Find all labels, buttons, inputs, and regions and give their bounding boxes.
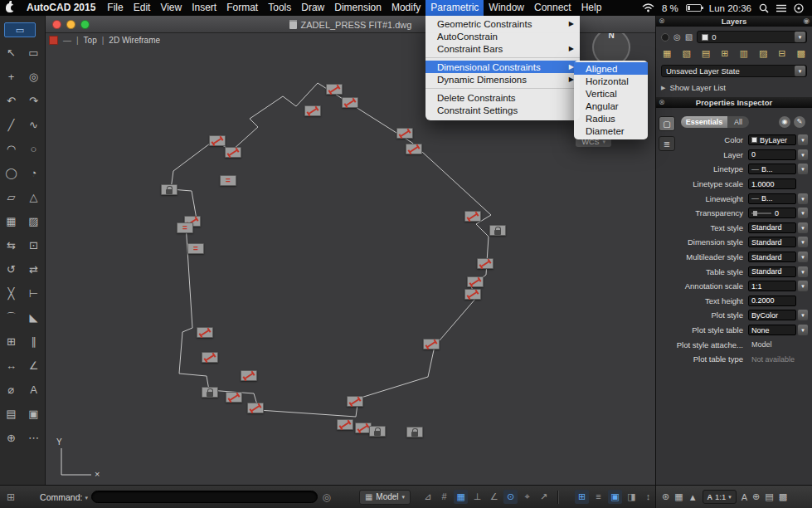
ortho-mode-toggle[interactable]: ⊥ xyxy=(470,490,484,504)
menu-item-dimensional-constraints[interactable]: Dimensional Constraints▶ xyxy=(425,61,580,73)
constraint-marker-dim[interactable] xyxy=(337,419,353,430)
layer-state-select[interactable]: Unsaved Layer State ▾ xyxy=(661,65,807,77)
menubar-item-file[interactable]: File xyxy=(102,0,128,16)
constraint-marker-dim[interactable] xyxy=(342,97,358,108)
property-value-layer[interactable]: 0 xyxy=(748,149,796,160)
layer-settings-icon[interactable]: ▩ xyxy=(797,48,805,59)
tool-arc-button[interactable]: ◠ xyxy=(0,137,22,161)
panel-menu-icon[interactable]: ◉ xyxy=(803,16,810,27)
layer-visibility-icon[interactable]: ▧ xyxy=(682,48,690,59)
tool-chamfer-button[interactable]: ◣ xyxy=(22,305,45,330)
current-tool-button[interactable]: ▭ xyxy=(4,22,36,37)
property-value-table-style[interactable]: Standard xyxy=(748,266,796,277)
layer-viewport-icon[interactable]: ⊟ xyxy=(778,48,785,59)
annotation-monitor-toggle[interactable]: ↕ xyxy=(641,490,655,504)
dropdown-arrow-icon[interactable]: ▾ xyxy=(795,32,805,42)
dropdown-arrow-icon[interactable]: ▾ xyxy=(798,310,808,320)
tool-trim-button[interactable]: ╳ xyxy=(0,281,22,305)
snap-mode-toggle[interactable]: # xyxy=(437,490,451,504)
command-popup-arrow-icon[interactable]: ▾ xyxy=(85,495,88,501)
tool-move-button[interactable]: ⇆ xyxy=(0,233,22,257)
tool-orbit-button[interactable]: ◎ xyxy=(22,65,45,89)
menubar-item-view[interactable]: View xyxy=(155,0,187,16)
tab-all[interactable]: All xyxy=(727,116,749,128)
panel-close-icon[interactable]: ⊗ xyxy=(659,16,665,27)
property-value-multileader-style[interactable]: Standard xyxy=(748,252,796,262)
constraint-marker-lock[interactable] xyxy=(161,184,177,195)
menu-item-autoconstrain[interactable]: AutoConstrain xyxy=(425,30,580,42)
tab-essentials[interactable]: Essentials xyxy=(681,116,727,128)
constraint-marker-dim[interactable] xyxy=(467,276,484,287)
menubar-item-insert[interactable]: Insert xyxy=(187,0,221,16)
menubar-item-draw[interactable]: Draw xyxy=(296,0,329,16)
dropdown-arrow-icon[interactable]: ▾ xyxy=(798,208,808,218)
property-value-linetype[interactable]: —B... xyxy=(748,164,796,174)
menubar-clock[interactable]: Lun 20:36 xyxy=(709,3,751,13)
properties-panel-header[interactable]: ⊗ Properties Inspector xyxy=(656,97,812,108)
object-snap-tracking-toggle[interactable]: ⌖ xyxy=(520,490,534,504)
tool-selection-window-button[interactable]: ▭ xyxy=(22,41,45,65)
annotation-visibility-icon[interactable]: A xyxy=(741,492,747,502)
constraint-marker-dim[interactable] xyxy=(304,105,321,116)
annotation-cursor-icon[interactable]: ▲ xyxy=(688,492,698,502)
property-value-plot-style-table[interactable]: None xyxy=(748,325,796,335)
property-value-dimension-style[interactable]: Standard xyxy=(748,237,796,247)
object-type-icon[interactable]: ▢ xyxy=(659,116,675,131)
constraint-marker-dim[interactable] xyxy=(247,403,264,413)
quick-select-icon[interactable]: ≣ xyxy=(659,136,675,151)
tool-polygon-button[interactable]: △ xyxy=(22,185,45,209)
menubar-item-window[interactable]: Window xyxy=(484,0,529,16)
tool-pan-button[interactable]: + xyxy=(0,65,22,89)
constraint-marker-eq[interactable]: = xyxy=(187,243,204,254)
constraint-marker-lock[interactable] xyxy=(369,426,386,437)
layer-status-icon[interactable] xyxy=(661,33,669,42)
tool-mirror-button[interactable]: ⇄ xyxy=(22,257,45,281)
show-layer-list[interactable]: ▶ Show Layer List xyxy=(661,83,807,92)
dropdown-arrow-icon[interactable]: ▾ xyxy=(798,237,808,247)
tool-dimension-angular-button[interactable]: ∠ xyxy=(22,354,45,378)
polar-tracking-toggle[interactable]: ∠ xyxy=(487,490,501,504)
tool-polyline-button[interactable]: ∿ xyxy=(22,113,45,137)
constraint-marker-dim[interactable] xyxy=(226,392,242,403)
layer-isolate-icon[interactable]: ◎ xyxy=(673,32,681,42)
annotation-scale-button[interactable]: A1:1▾ xyxy=(703,490,737,504)
viewport-view-label[interactable]: Top xyxy=(84,36,97,45)
tool-more-tools-button[interactable]: ⋯ xyxy=(22,426,45,450)
lineweight-display-toggle[interactable]: ≡ xyxy=(591,490,605,504)
tool-ellipse-button[interactable]: ◔ xyxy=(22,161,45,185)
constraint-marker-dim[interactable] xyxy=(209,135,226,146)
command-history-icon[interactable]: ◎ xyxy=(322,491,330,503)
tool-undo-button[interactable]: ↶ xyxy=(0,89,22,113)
new-layer-icon[interactable]: ▦ xyxy=(663,48,671,59)
submenu-item-vertical[interactable]: Vertical xyxy=(574,87,648,100)
notification-center-icon[interactable] xyxy=(776,4,786,12)
tool-table-button[interactable]: ▤ xyxy=(0,402,22,426)
property-value-lineweight[interactable]: —B... xyxy=(748,193,796,204)
ui-panels-icon[interactable]: ▦ xyxy=(674,491,683,502)
constraint-marker-dim[interactable] xyxy=(225,147,241,158)
property-value-linetype-scale[interactable]: 1.0000 xyxy=(748,178,796,189)
transparency-display-toggle[interactable]: ▣ xyxy=(608,490,622,504)
dropdown-arrow-icon[interactable]: ▾ xyxy=(798,134,808,145)
siri-icon[interactable] xyxy=(794,3,804,13)
menu-item-constraint-settings[interactable]: Constraint Settings xyxy=(425,104,580,116)
menubar-item-format[interactable]: Format xyxy=(221,0,263,16)
property-value-annotation-scale[interactable]: 1:1 xyxy=(748,281,796,291)
constraint-marker-dim[interactable] xyxy=(464,211,481,222)
constraint-marker-dim[interactable] xyxy=(423,339,440,349)
constraint-marker-lock[interactable] xyxy=(489,225,506,236)
menu-item-constraint-bars[interactable]: Constraint Bars▶ xyxy=(425,42,580,55)
layer-lock-icon[interactable]: ⊞ xyxy=(721,48,728,59)
infer-constraints-toggle[interactable]: ⊿ xyxy=(421,490,435,504)
constraint-marker-dim[interactable] xyxy=(396,128,413,139)
constraint-marker-dim[interactable] xyxy=(197,327,213,338)
app-menu[interactable]: AutoCAD 2015 xyxy=(20,0,102,16)
menu-item-geometric-constraints[interactable]: Geometric Constraints▶ xyxy=(425,17,580,30)
menu-item-dynamic-dimensions[interactable]: Dynamic Dimensions▶ xyxy=(425,73,580,85)
dropdown-arrow-icon[interactable]: ▾ xyxy=(798,325,808,335)
property-value-color[interactable]: ByLayer xyxy=(748,134,796,145)
match-properties-icon[interactable]: ◉ xyxy=(779,116,790,128)
dropdown-arrow-icon[interactable]: ▾ xyxy=(798,252,808,262)
layer-plot-icon[interactable]: ▨ xyxy=(759,48,767,59)
grid-display-toggle[interactable]: ▦ xyxy=(454,490,468,504)
